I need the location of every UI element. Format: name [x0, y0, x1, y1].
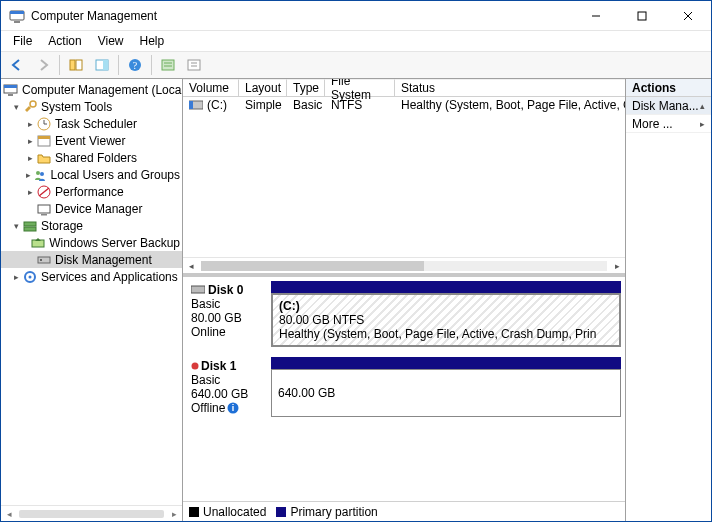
tree-label: Services and Applications — [41, 270, 178, 284]
tree-label: Disk Management — [55, 253, 152, 267]
legend-unallocated: Unallocated — [189, 505, 266, 519]
help-button[interactable]: ? — [123, 54, 147, 76]
show-hide-actions-button[interactable] — [90, 54, 114, 76]
svg-rect-4 — [638, 12, 646, 20]
disk-size: 640.00 GB — [191, 387, 267, 401]
chevron-right-icon[interactable]: ▸ — [25, 153, 36, 163]
svg-rect-43 — [191, 286, 205, 293]
disk-visual: (C:) 80.00 GB NTFS Healthy (System, Boot… — [271, 281, 621, 347]
toolbar-separator — [59, 55, 60, 75]
svg-rect-1 — [10, 11, 24, 14]
disk-kind: Basic — [191, 297, 267, 311]
toolbar-separator — [118, 55, 119, 75]
event-viewer-icon — [36, 133, 52, 149]
actions-disk-management[interactable]: Disk Mana... ▴ — [626, 97, 711, 115]
actions-panel: Actions Disk Mana... ▴ More ... ▸ — [625, 79, 711, 521]
tree-root[interactable]: Computer Management (Local — [1, 81, 182, 98]
partition-header-bar — [271, 281, 621, 293]
tree-label: System Tools — [41, 100, 112, 114]
volume-horizontal-scrollbar[interactable]: ◂ ▸ — [183, 257, 625, 273]
tree-local-users[interactable]: ▸ Local Users and Groups — [1, 166, 182, 183]
partition-detail: 640.00 GB — [278, 386, 335, 400]
volume-fs: NTFS — [325, 98, 395, 112]
svg-rect-20 — [4, 85, 17, 88]
refresh-button[interactable] — [182, 54, 206, 76]
tree-performance[interactable]: ▸ Performance — [1, 183, 182, 200]
volume-layout: Simple — [239, 98, 287, 112]
close-button[interactable] — [665, 1, 711, 31]
disk-row[interactable]: Disk 0 Basic 80.00 GB Online (C:) 80.00 … — [187, 281, 621, 347]
window-controls — [573, 1, 711, 30]
tree-device-manager[interactable]: Device Manager — [1, 200, 182, 217]
tree-label: Storage — [41, 219, 83, 233]
scrollbar-thumb[interactable] — [201, 261, 424, 271]
main-area: Computer Management (Local ▾ System Tool… — [1, 79, 711, 521]
menu-file[interactable]: File — [5, 32, 40, 50]
chevron-down-icon[interactable]: ▾ — [11, 102, 22, 112]
disk-offline-icon — [191, 362, 199, 370]
forward-button[interactable] — [31, 54, 55, 76]
partition-header-bar — [271, 357, 621, 369]
menu-view[interactable]: View — [90, 32, 132, 50]
scroll-right-icon[interactable]: ▸ — [166, 509, 182, 519]
tree-label: Local Users and Groups — [51, 168, 180, 182]
svg-rect-36 — [32, 240, 44, 247]
partition-detail: 80.00 GB NTFS — [279, 313, 613, 327]
chevron-right-icon[interactable]: ▸ — [25, 136, 36, 146]
app-icon — [9, 8, 25, 24]
column-type[interactable]: Type — [287, 79, 325, 96]
minimize-button[interactable] — [573, 1, 619, 31]
svg-point-38 — [40, 259, 42, 261]
chevron-right-icon: ▸ — [700, 119, 705, 129]
tree-event-viewer[interactable]: ▸ Event Viewer — [1, 132, 182, 149]
tree-system-tools[interactable]: ▾ System Tools — [1, 98, 182, 115]
chevron-right-icon[interactable]: ▸ — [25, 170, 32, 180]
partition-box[interactable]: (C:) 80.00 GB NTFS Healthy (System, Boot… — [271, 293, 621, 347]
disk-row[interactable]: Disk 1 Basic 640.00 GB Offline i — [187, 357, 621, 417]
show-hide-tree-button[interactable] — [64, 54, 88, 76]
tree-windows-server-backup[interactable]: Windows Server Backup — [1, 234, 182, 251]
disk-name: Disk 0 — [208, 283, 243, 297]
tree-services-applications[interactable]: ▸ Services and Applications — [1, 268, 182, 285]
maximize-button[interactable] — [619, 1, 665, 31]
toolbar-separator — [151, 55, 152, 75]
column-filesystem[interactable]: File System — [325, 79, 395, 96]
column-status[interactable]: Status — [395, 79, 625, 96]
svg-rect-2 — [14, 21, 20, 23]
svg-point-22 — [30, 101, 36, 107]
menu-action[interactable]: Action — [40, 32, 89, 50]
volume-row[interactable]: (C:) Simple Basic NTFS Healthy (System, … — [183, 97, 625, 113]
scrollbar-thumb[interactable] — [19, 510, 164, 518]
disk-management-icon — [36, 252, 52, 268]
tree-storage[interactable]: ▾ Storage — [1, 217, 182, 234]
info-icon[interactable]: i — [227, 402, 239, 414]
svg-rect-10 — [103, 60, 108, 70]
tree-label: Performance — [55, 185, 124, 199]
chevron-right-icon[interactable]: ▸ — [25, 119, 36, 129]
column-volume[interactable]: Volume — [183, 79, 239, 96]
column-layout[interactable]: Layout — [239, 79, 287, 96]
tools-icon — [22, 99, 38, 115]
svg-text:?: ? — [133, 60, 138, 71]
svg-rect-37 — [38, 257, 50, 263]
legend: Unallocated Primary partition — [183, 501, 625, 521]
menu-help[interactable]: Help — [132, 32, 173, 50]
scrollbar-track[interactable] — [201, 261, 607, 271]
scroll-left-icon[interactable]: ◂ — [183, 261, 199, 271]
svg-rect-32 — [38, 205, 50, 213]
properties-button[interactable] — [156, 54, 180, 76]
back-button[interactable] — [5, 54, 29, 76]
tree-shared-folders[interactable]: ▸ Shared Folders — [1, 149, 182, 166]
actions-more[interactable]: More ... ▸ — [626, 115, 711, 133]
partition-box[interactable]: 640.00 GB — [271, 369, 621, 417]
tree-horizontal-scrollbar[interactable]: ◂ ▸ — [1, 505, 182, 521]
chevron-right-icon[interactable]: ▸ — [11, 272, 22, 282]
scroll-left-icon[interactable]: ◂ — [1, 509, 17, 519]
chevron-right-icon[interactable]: ▸ — [25, 187, 36, 197]
scroll-right-icon[interactable]: ▸ — [609, 261, 625, 271]
services-icon — [22, 269, 38, 285]
tree-task-scheduler[interactable]: ▸ Task Scheduler — [1, 115, 182, 132]
chevron-down-icon[interactable]: ▾ — [11, 221, 22, 231]
svg-rect-16 — [188, 60, 200, 70]
tree-disk-management[interactable]: Disk Management — [1, 251, 182, 268]
